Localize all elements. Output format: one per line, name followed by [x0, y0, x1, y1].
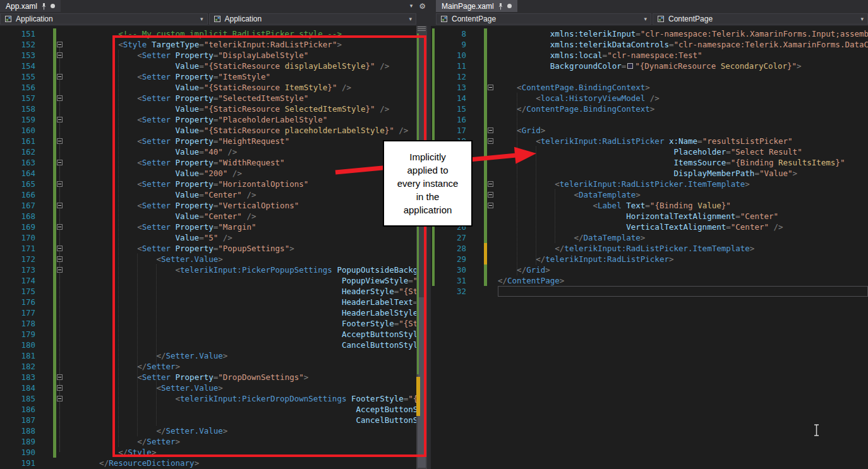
code-line[interactable]: xmlns:telerikDataControls="clr-namespace…	[431, 39, 868, 50]
editor-mainpage-xaml[interactable]: 8910111213141516171819202122232425262728…	[431, 26, 868, 469]
collapse-region-button[interactable]	[57, 396, 63, 401]
gear-icon[interactable]: ⚙	[419, 3, 426, 10]
collapse-region-button[interactable]	[488, 128, 493, 133]
code-line[interactable]: </ResourceDictionary>	[0, 458, 431, 468]
color-swatch-icon	[627, 63, 633, 69]
code-line[interactable]: xmlns:telerikInput="clr-namespace:Teleri…	[431, 28, 868, 39]
collapse-region-button[interactable]	[57, 117, 63, 122]
collapse-region-button[interactable]	[57, 74, 63, 80]
collapse-region-button[interactable]	[57, 374, 63, 380]
editor-group-right: MainPage.xaml ContentPage ▾ ContentPage	[431, 0, 868, 469]
code-line[interactable]	[431, 114, 868, 125]
collapse-region-button[interactable]	[488, 85, 493, 90]
class-icon	[214, 15, 221, 23]
code-line[interactable]: <DataTemplate>	[431, 189, 868, 200]
chevron-down-icon: ▾	[200, 16, 203, 22]
code-line[interactable]: <telerikInput:RadListPicker x:Name="resu…	[431, 136, 868, 146]
chevron-down-icon[interactable]: ▾	[410, 3, 413, 9]
pin-icon[interactable]	[498, 3, 503, 10]
split-grip[interactable]	[418, 27, 426, 32]
chevron-down-icon: ▾	[860, 16, 864, 22]
collapse-region-button[interactable]	[57, 267, 63, 273]
code-line[interactable]: </Grid>	[431, 264, 868, 275]
collapse-region-button[interactable]	[488, 192, 493, 198]
code-line[interactable]: </ContentPage>	[431, 275, 868, 286]
code-line[interactable]: </telerikInput:RadListPicker>	[431, 254, 868, 264]
pin-icon[interactable]	[41, 3, 47, 10]
annotation-red-rectangle	[112, 35, 426, 457]
code-line[interactable]: HorizontalTextAlignment="Center"	[431, 211, 868, 222]
class-icon	[4, 15, 12, 23]
dropdown-label: Application	[225, 15, 262, 23]
collapse-region-button[interactable]	[57, 181, 63, 187]
code-line[interactable]: <telerikInput:RadListPicker.ItemTemplate…	[431, 179, 868, 189]
code-line[interactable]: <local:HistoryViewModel />	[431, 93, 868, 104]
code-line[interactable]: Placeholder="Select Result"	[431, 146, 868, 157]
collapse-region-button[interactable]	[57, 42, 63, 47]
collapse-region-button[interactable]	[57, 203, 63, 208]
vs-editor-window: App.xaml ▾ ⚙ Application ▾	[0, 0, 868, 469]
unsaved-dot-icon	[507, 4, 512, 8]
collapse-region-button[interactable]	[57, 160, 63, 165]
navigation-bar-right: ContentPage ▾ ContentPage ▾	[431, 12, 868, 26]
code-line[interactable]: BackgroundColor="{DynamicResource Second…	[431, 61, 868, 71]
code-line[interactable]: </telerikInput:RadListPicker.ItemTemplat…	[431, 243, 868, 254]
tab-title: App.xaml	[6, 2, 37, 11]
type-dropdown-right[interactable]: ContentPage ▾	[436, 13, 651, 25]
tab-app-xaml[interactable]: App.xaml	[0, 0, 61, 12]
pane-splitter[interactable]	[427, 0, 431, 469]
code-line[interactable]	[431, 286, 868, 297]
code-line[interactable]: VerticalTextAlignment="Center" />	[431, 222, 868, 232]
tab-bar-left: App.xaml ▾ ⚙	[0, 0, 431, 12]
chevron-down-icon: ▾	[644, 16, 647, 22]
collapse-region-button[interactable]	[57, 224, 63, 230]
collapse-region-button[interactable]	[57, 246, 63, 251]
collapse-region-button[interactable]	[57, 138, 63, 144]
member-dropdown-right[interactable]: ContentPage ▾	[653, 13, 868, 25]
class-icon	[440, 15, 448, 23]
code-line[interactable]: </DataTemplate>	[431, 232, 868, 243]
code-surface[interactable]: xmlns:telerikInput="clr-namespace:Teleri…	[431, 28, 868, 297]
code-line[interactable]: ItemsSource="{Binding ResultsItems}"	[431, 157, 868, 168]
code-line[interactable]: </ContentPage.BindingContext>	[431, 104, 868, 114]
dropdown-label: ContentPage	[668, 15, 713, 23]
chevron-down-icon: ▾	[409, 16, 412, 22]
tab-title: MainPage.xaml	[442, 2, 494, 11]
collapse-region-button[interactable]	[488, 138, 493, 144]
dropdown-label: Application	[16, 15, 53, 23]
class-icon	[657, 15, 665, 23]
collapse-region-button[interactable]	[488, 181, 493, 187]
collapse-region-button[interactable]	[57, 385, 63, 391]
code-line[interactable]: <Grid>	[431, 125, 868, 136]
code-line[interactable]: xmlns:local="clr-namespace:Test"	[431, 50, 868, 61]
tab-mainpage-xaml[interactable]: MainPage.xaml	[436, 0, 517, 12]
code-line[interactable]: <Label Text="{Binding Value}"	[431, 200, 868, 211]
tab-bar-right: MainPage.xaml	[431, 0, 868, 12]
code-line[interactable]: <ContentPage.BindingContext>	[431, 82, 868, 93]
collapse-region-button[interactable]	[488, 203, 493, 208]
callout-text: Implicitly applied to every instance in …	[397, 150, 459, 217]
code-line[interactable]: DisplayMemberPath="Value">	[431, 168, 868, 179]
member-dropdown-left[interactable]: Application ▾	[209, 13, 417, 25]
code-line[interactable]	[431, 71, 868, 82]
navigation-bar-left: Application ▾ Application ▾	[0, 12, 431, 26]
collapse-region-button[interactable]	[57, 256, 63, 262]
annotation-callout: Implicitly applied to every instance in …	[383, 140, 473, 227]
collapse-region-button[interactable]	[57, 95, 63, 101]
dropdown-label: ContentPage	[452, 15, 496, 23]
collapse-region-button[interactable]	[57, 52, 63, 58]
type-dropdown-left[interactable]: Application ▾	[0, 13, 208, 25]
unsaved-dot-icon	[51, 4, 55, 8]
